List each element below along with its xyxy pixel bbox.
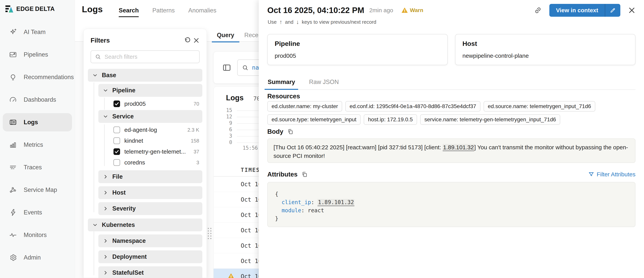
header-tabs: Search Patterns Anomalies [119,7,216,17]
arrow-down-icon: ↓ [296,19,299,25]
checkbox-unchecked[interactable] [114,137,120,144]
tab-summary[interactable]: Summary [264,77,298,90]
close-filters-button[interactable] [192,36,201,45]
filter-group-file[interactable]: File [98,170,202,183]
resource-chip-host-ip[interactable]: host.ip: 172.19.0.5 [364,114,417,125]
chevron-right-icon [102,190,108,196]
chart-y-tick: 0 [221,140,232,146]
filter-leaf-kindnet[interactable]: kindnet158 [109,136,202,146]
sidebar-item-traces[interactable]: Traces [3,158,72,177]
close-detail-button[interactable] [627,6,636,15]
chart-y-tick: 15 [221,107,232,114]
sidebar: EDGEDELTA AI TeamPipelinesRecommendation… [0,0,75,278]
page-title: Logs [82,4,103,14]
filter-group-label: Host [112,189,126,196]
reset-filters-button[interactable] [183,36,192,45]
sidebar-item-label: Dashboards [24,96,56,103]
pulse-icon [9,231,17,239]
filter-leaf-count: 3 [196,160,202,166]
filter-attributes-button[interactable]: Filter Attributes [588,171,636,178]
chart-y-tick: 3 [221,133,232,140]
attribute-key[interactable]: module [275,207,301,214]
filter-group-label: Severity [112,205,136,212]
resource-chip-ed-cluster-name[interactable]: ed.cluster.name: my-cluster [267,101,342,112]
filter-group-kubernetes[interactable]: Kubernetes [88,218,202,231]
sidebar-item-events[interactable]: Events [3,203,72,222]
tab-patterns[interactable]: Patterns [152,7,174,17]
filter-group-deployment[interactable]: Deployment [98,250,202,263]
sidebar-item-label: Traces [24,164,42,171]
filter-leaf-label: telemetry-gen-telemet... [124,148,186,155]
filter-group-namespace[interactable]: Namespace [98,234,202,247]
sidebar-item-label: Metrics [24,141,43,148]
traces-icon [9,163,17,172]
tab-query[interactable]: Query [212,29,239,42]
sidebar-item-admin[interactable]: Admin [3,248,72,267]
filter-group-label: StatefulSet [112,269,144,276]
filter-leaf-ed-agent-log[interactable]: ed-agent-log2.3 K [109,125,202,135]
edit-context-button[interactable] [605,4,620,17]
attribute-key[interactable]: client_ip [275,199,311,205]
panel-resize-handle[interactable] [208,227,211,240]
chevron-down-icon [102,87,108,93]
search-icon [242,64,248,71]
chart-y-axis: 15129630 [221,107,232,146]
attribute-client-ip: client_ip: 1.89.101.32 [275,198,628,206]
client-ip-value[interactable]: 1.89.101.32 [443,144,474,151]
tab-anomalies[interactable]: Anomalies [188,7,216,17]
filter-leaf-prod005[interactable]: prod00570 [109,99,202,109]
filter-search-box[interactable] [90,50,200,63]
attributes-title: Attributes [267,171,298,178]
filter-group-base[interactable]: Base [88,69,202,82]
record-timestamp: Oct 16 2025, 04:10:22 PM [267,6,364,15]
filter-leaf-count: 37 [194,149,202,155]
attribute-value[interactable]: 1.89.101.32 [318,199,354,206]
sidebar-item-service-map[interactable]: Service Map [3,181,72,199]
sidebar-item-recommendations[interactable]: Recommendations [3,68,72,86]
sidebar-item-ai-team[interactable]: AI Team [3,23,72,41]
copy-link-button[interactable] [534,6,542,15]
checkbox-unchecked[interactable] [114,159,120,166]
sidebar-item-pipelines[interactable]: Pipelines [3,46,72,64]
collapse-panel-icon[interactable] [222,63,232,72]
filter-search-input[interactable] [104,53,195,60]
sidebar-item-dashboards[interactable]: Dashboards [3,91,72,109]
filter-group-severity[interactable]: Severity [98,202,202,215]
filter-group-pipeline[interactable]: Pipeline [98,84,202,97]
sidebar-item-metrics[interactable]: Metrics [3,136,72,154]
filter-group-label: Kubernetes [102,221,135,228]
filter-group-host[interactable]: Host [98,186,202,199]
copy-attributes-button[interactable] [302,171,308,178]
checkbox-checked[interactable] [114,148,120,155]
sidebar-item-monitors[interactable]: Monitors [3,226,72,244]
copy-body-button[interactable] [287,128,294,135]
resource-chip-ed-source-type[interactable]: ed.source.type: telemetrygen_input [267,114,360,125]
filters-title: Filters [90,37,110,44]
sidebar-item-label: Monitors [24,231,47,238]
attribute-module: module: react [275,206,628,215]
tab-raw-json[interactable]: Raw JSON [306,77,342,90]
body-title: Body [267,128,284,135]
filter-group-service[interactable]: Service [98,110,202,123]
chevron-right-icon [102,174,108,180]
edge-delta-logo[interactable]: EDGEDELTA [5,5,55,13]
sidebar-item-label: Events [24,209,42,216]
filter-leaf-telemetry-gen-telemet[interactable]: telemetry-gen-telemet...37 [109,147,202,157]
funnel-icon [588,171,594,178]
filters-panel: Filters [84,29,207,278]
resource-chip-ed-source-name[interactable]: ed.source.name: telemetrygen_input_71d6 [484,101,595,112]
gear-icon [9,253,17,262]
log-body-text: [Thu Oct 16 05:40:22 2025] [react:warn] … [267,138,636,163]
sidebar-item-logs[interactable]: Logs [3,113,72,131]
filter-leaf-coredns[interactable]: coredns3 [109,158,202,168]
filter-leaf-count: 2.3 K [188,127,202,133]
checkbox-unchecked[interactable] [114,126,120,133]
view-in-context-button[interactable]: View in context [549,4,605,17]
tab-search[interactable]: Search [119,7,139,17]
checkbox-checked[interactable] [114,100,120,107]
filter-group-statefulset[interactable]: StatefulSet [98,266,202,278]
resource-chip-ed-conf-id[interactable]: ed.conf.id: 1295c9f4-0e1a-4870-8d86-87c3… [345,101,480,112]
attribute-value[interactable]: react [308,207,324,214]
resource-chip-service-name[interactable]: service.name: telemetry-gen-telemetrygen… [420,114,560,125]
pipeline-card-value: prod005 [275,53,440,59]
